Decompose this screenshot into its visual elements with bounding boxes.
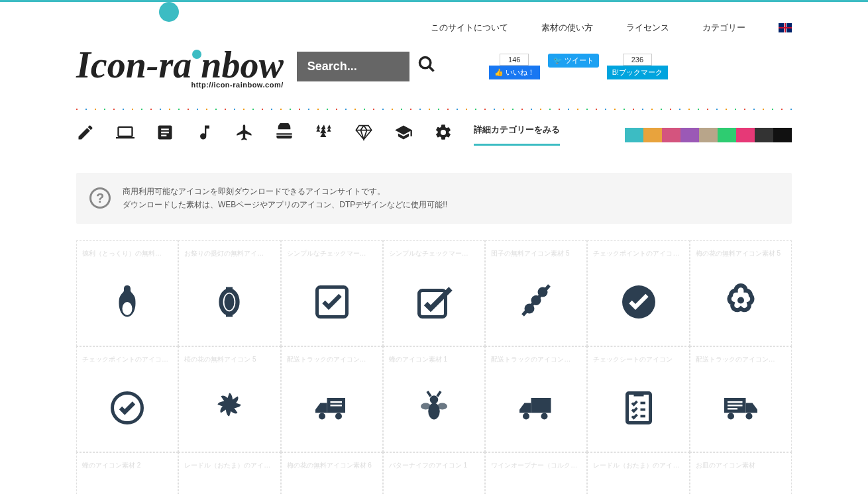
color-swatch[interactable] <box>625 128 643 142</box>
icon-title: シンプルなチェックマー… <box>389 249 479 258</box>
icon-grid: 徳利（とっくり）の無料…お祭りの提灯の無料アイ…シンプルなチェックマー…シンプル… <box>76 240 792 494</box>
color-swatch[interactable] <box>699 128 718 142</box>
color-swatch[interactable] <box>773 128 792 142</box>
icon-cell[interactable]: シンプルなチェックマー… <box>281 240 383 346</box>
color-swatch[interactable] <box>718 128 736 142</box>
icon-title: チェックポイントのアイコ… <box>593 249 683 258</box>
svg-rect-4 <box>226 287 233 292</box>
nav-category[interactable]: カテゴリー <box>702 22 745 34</box>
pencil-icon[interactable] <box>76 123 95 146</box>
icon-cell[interactable]: お皿のアイコン素材 <box>690 452 792 494</box>
facebook-like[interactable]: 146 👍 いいね！ <box>489 54 540 79</box>
icon-cell[interactable]: お祭りの提灯の無料アイ… <box>178 240 280 346</box>
svg-rect-39 <box>728 405 743 407</box>
music-icon[interactable] <box>195 123 214 146</box>
document-icon[interactable] <box>156 123 174 146</box>
laptop-icon[interactable] <box>116 123 135 146</box>
svg-line-1 <box>429 66 433 71</box>
dango-icon <box>516 266 556 338</box>
svg-point-23 <box>421 403 431 409</box>
color-swatch[interactable] <box>680 128 699 142</box>
gear-icon[interactable] <box>434 123 453 146</box>
svg-point-6 <box>225 293 235 310</box>
search-icon[interactable] <box>417 55 436 78</box>
truck3-icon <box>721 372 761 444</box>
icon-cell[interactable]: 桜の花の無料アイコン 5 <box>178 346 280 452</box>
svg-rect-31 <box>633 391 643 397</box>
bottle-icon <box>107 266 147 338</box>
svg-rect-27 <box>531 398 551 413</box>
color-swatch[interactable] <box>736 128 755 142</box>
icon-title: シンプルなチェックマー… <box>287 249 377 258</box>
icon-cell[interactable]: ワインオープナー（コルク… <box>485 452 587 494</box>
svg-rect-5 <box>226 312 233 317</box>
icon-title: ワインオープナー（コルク… <box>491 461 581 470</box>
icon-cell[interactable]: チェックポイントのアイコ… <box>587 240 689 346</box>
svg-point-2 <box>123 302 133 315</box>
icon-title: 梅の花の無料アイコン素材 6 <box>287 461 377 470</box>
diamond-icon[interactable] <box>354 123 373 146</box>
logo[interactable]: Icon-ranbow http://icon-rainbow.com/ <box>76 44 284 89</box>
category-nav: 詳細カテゴリーをみる <box>76 123 792 153</box>
language-flag-icon[interactable] <box>779 23 792 32</box>
svg-rect-38 <box>728 401 743 403</box>
icon-cell[interactable]: チェックポイントのアイコ… <box>76 346 178 452</box>
color-swatch[interactable] <box>755 128 773 142</box>
hatena-bookmark[interactable]: 236 B!ブックマーク <box>607 54 668 79</box>
nav-about[interactable]: このサイトについて <box>431 22 508 34</box>
icon-cell[interactable]: バターナイフのアイコン 1 <box>383 452 485 494</box>
plum-icon <box>721 266 761 338</box>
lantern-icon <box>209 266 249 338</box>
icon-title: 桜の花の無料アイコン 5 <box>184 355 274 364</box>
nav-usage[interactable]: 素材の使い方 <box>541 22 593 34</box>
icon-title: 蜂のアイコン素材 1 <box>389 355 479 364</box>
search-input[interactable] <box>297 52 409 81</box>
icon-cell[interactable]: 梅の花の無料アイコン素材 6 <box>281 452 383 494</box>
icon-cell[interactable]: レードル（おたま）のアイ… <box>587 452 689 494</box>
help-icon: ? <box>89 187 111 209</box>
svg-point-0 <box>419 57 430 68</box>
color-swatch[interactable] <box>643 128 662 142</box>
twitter-tweet[interactable]: 🐦 ツイート <box>548 54 599 68</box>
icon-title: 梅の花の無料アイコン素材 5 <box>696 249 786 258</box>
accent-dot <box>159 2 179 22</box>
icon-cell[interactable]: シンプルなチェックマー… <box>383 240 485 346</box>
info-box: ? 商用利用可能なアイコンを即刻ダウンロードできるアイコンサイトです。 ダウンロ… <box>76 173 792 224</box>
svg-rect-40 <box>728 408 737 410</box>
icon-cell[interactable]: 蜂のアイコン素材 1 <box>383 346 485 452</box>
icon-title: お皿のアイコン素材 <box>696 461 786 470</box>
icon-title: レードル（おたま）のアイ… <box>184 461 274 470</box>
svg-rect-20 <box>330 405 342 407</box>
truck-icon <box>312 372 352 444</box>
icon-title: チェックポイントのアイコ… <box>82 355 172 364</box>
graduation-icon[interactable] <box>394 123 413 146</box>
svg-point-29 <box>541 413 548 419</box>
icon-cell[interactable]: レードル（おたま）のアイ… <box>178 452 280 494</box>
icon-cell[interactable]: 梅の花の無料アイコン素材 5 <box>690 240 792 346</box>
airplane-icon[interactable] <box>235 123 254 146</box>
check-circle-icon <box>107 372 147 444</box>
icon-cell[interactable]: チェックシートのアイコン <box>587 346 689 452</box>
color-swatch[interactable] <box>662 128 680 142</box>
icon-cell[interactable]: 配送トラックのアイコン… <box>281 346 383 452</box>
svg-point-14 <box>737 297 744 303</box>
burger-icon[interactable] <box>275 123 294 146</box>
icon-title: バターナイフのアイコン 1 <box>389 461 479 470</box>
svg-line-26 <box>437 391 441 397</box>
icon-cell[interactable]: 配送トラックのアイコン… <box>485 346 587 452</box>
trees-icon[interactable] <box>315 123 333 146</box>
icon-cell[interactable]: 配送トラックのアイコン… <box>690 346 792 452</box>
svg-line-25 <box>427 391 431 397</box>
icon-title: 団子の無料アイコン素材 5 <box>491 249 581 258</box>
social-buttons: 146 👍 いいね！ 🐦 ツイート 236 B!ブックマーク <box>489 54 668 79</box>
icon-cell[interactable]: 徳利（とっくり）の無料… <box>76 240 178 346</box>
color-palette <box>625 128 792 142</box>
category-detail-link[interactable]: 詳細カテゴリーをみる <box>474 124 560 146</box>
info-line2: ダウンロードした素材は、WEBページやアプリのアイコン、DTPデザインなどに使用… <box>123 198 447 211</box>
sakura-icon <box>209 372 249 444</box>
icon-cell[interactable]: 団子の無料アイコン素材 5 <box>485 240 587 346</box>
header-nav: このサイトについて 素材の使い方 ライセンス カテゴリー <box>76 2 792 44</box>
icon-cell[interactable]: 蜂のアイコン素材 2 <box>76 452 178 494</box>
icon-title: レードル（おたま）のアイ… <box>593 461 683 470</box>
nav-license[interactable]: ライセンス <box>626 22 669 34</box>
